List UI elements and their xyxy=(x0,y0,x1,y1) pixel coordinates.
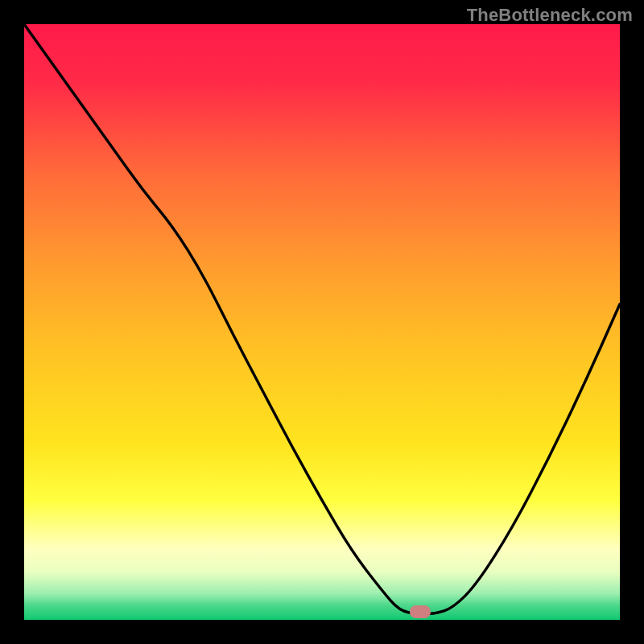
plot-area xyxy=(24,24,620,620)
optimal-marker xyxy=(410,605,431,618)
bottleneck-curve xyxy=(24,24,620,620)
chart-frame: TheBottleneck.com xyxy=(0,0,644,644)
watermark-text: TheBottleneck.com xyxy=(467,5,633,26)
